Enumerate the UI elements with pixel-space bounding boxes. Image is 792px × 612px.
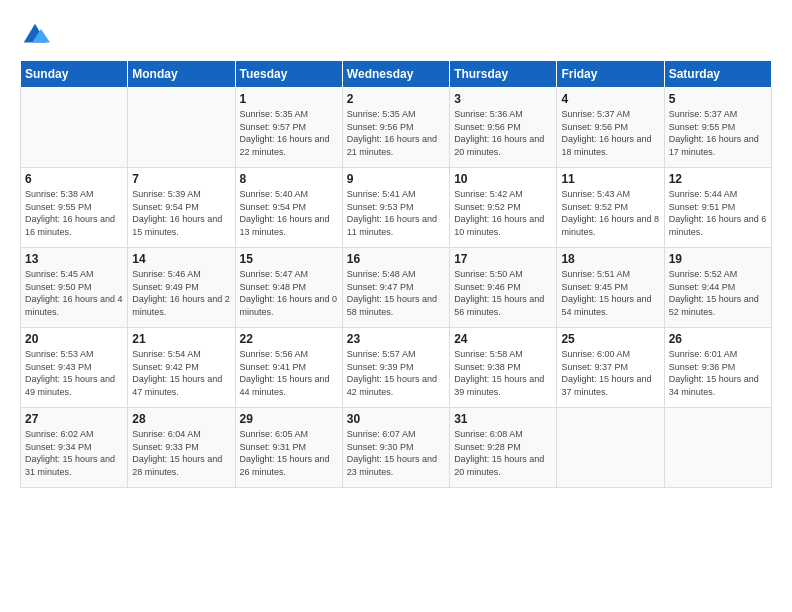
day-number: 13	[25, 252, 123, 266]
day-number: 7	[132, 172, 230, 186]
day-header-monday: Monday	[128, 61, 235, 88]
day-info: Sunrise: 5:35 AMSunset: 9:57 PMDaylight:…	[240, 108, 338, 158]
calendar-cell: 15Sunrise: 5:47 AMSunset: 9:48 PMDayligh…	[235, 248, 342, 328]
calendar-cell	[664, 408, 771, 488]
day-info: Sunrise: 5:58 AMSunset: 9:38 PMDaylight:…	[454, 348, 552, 398]
day-number: 28	[132, 412, 230, 426]
calendar-cell: 29Sunrise: 6:05 AMSunset: 9:31 PMDayligh…	[235, 408, 342, 488]
day-number: 24	[454, 332, 552, 346]
day-header-thursday: Thursday	[450, 61, 557, 88]
day-number: 19	[669, 252, 767, 266]
day-info: Sunrise: 5:53 AMSunset: 9:43 PMDaylight:…	[25, 348, 123, 398]
day-info: Sunrise: 5:45 AMSunset: 9:50 PMDaylight:…	[25, 268, 123, 318]
day-number: 1	[240, 92, 338, 106]
day-header-wednesday: Wednesday	[342, 61, 449, 88]
day-info: Sunrise: 6:05 AMSunset: 9:31 PMDaylight:…	[240, 428, 338, 478]
day-info: Sunrise: 5:37 AMSunset: 9:55 PMDaylight:…	[669, 108, 767, 158]
day-number: 26	[669, 332, 767, 346]
calendar-cell: 6Sunrise: 5:38 AMSunset: 9:55 PMDaylight…	[21, 168, 128, 248]
calendar-cell: 31Sunrise: 6:08 AMSunset: 9:28 PMDayligh…	[450, 408, 557, 488]
day-number: 9	[347, 172, 445, 186]
day-number: 20	[25, 332, 123, 346]
day-number: 2	[347, 92, 445, 106]
day-number: 17	[454, 252, 552, 266]
calendar-cell: 1Sunrise: 5:35 AMSunset: 9:57 PMDaylight…	[235, 88, 342, 168]
calendar-cell: 10Sunrise: 5:42 AMSunset: 9:52 PMDayligh…	[450, 168, 557, 248]
day-number: 5	[669, 92, 767, 106]
calendar-header-row: SundayMondayTuesdayWednesdayThursdayFrid…	[21, 61, 772, 88]
calendar-cell: 9Sunrise: 5:41 AMSunset: 9:53 PMDaylight…	[342, 168, 449, 248]
calendar-week-4: 20Sunrise: 5:53 AMSunset: 9:43 PMDayligh…	[21, 328, 772, 408]
calendar-cell: 21Sunrise: 5:54 AMSunset: 9:42 PMDayligh…	[128, 328, 235, 408]
calendar-cell: 7Sunrise: 5:39 AMSunset: 9:54 PMDaylight…	[128, 168, 235, 248]
calendar-week-5: 27Sunrise: 6:02 AMSunset: 9:34 PMDayligh…	[21, 408, 772, 488]
calendar-cell: 8Sunrise: 5:40 AMSunset: 9:54 PMDaylight…	[235, 168, 342, 248]
calendar-table: SundayMondayTuesdayWednesdayThursdayFrid…	[20, 60, 772, 488]
calendar-cell: 17Sunrise: 5:50 AMSunset: 9:46 PMDayligh…	[450, 248, 557, 328]
calendar-cell: 14Sunrise: 5:46 AMSunset: 9:49 PMDayligh…	[128, 248, 235, 328]
calendar-cell	[128, 88, 235, 168]
logo	[20, 20, 54, 50]
day-info: Sunrise: 5:39 AMSunset: 9:54 PMDaylight:…	[132, 188, 230, 238]
page-header	[20, 20, 772, 50]
day-info: Sunrise: 5:40 AMSunset: 9:54 PMDaylight:…	[240, 188, 338, 238]
day-info: Sunrise: 5:50 AMSunset: 9:46 PMDaylight:…	[454, 268, 552, 318]
day-number: 3	[454, 92, 552, 106]
day-number: 23	[347, 332, 445, 346]
day-info: Sunrise: 5:57 AMSunset: 9:39 PMDaylight:…	[347, 348, 445, 398]
calendar-cell: 13Sunrise: 5:45 AMSunset: 9:50 PMDayligh…	[21, 248, 128, 328]
calendar-week-2: 6Sunrise: 5:38 AMSunset: 9:55 PMDaylight…	[21, 168, 772, 248]
day-header-tuesday: Tuesday	[235, 61, 342, 88]
day-info: Sunrise: 5:36 AMSunset: 9:56 PMDaylight:…	[454, 108, 552, 158]
calendar-cell	[21, 88, 128, 168]
calendar-cell: 30Sunrise: 6:07 AMSunset: 9:30 PMDayligh…	[342, 408, 449, 488]
calendar-week-3: 13Sunrise: 5:45 AMSunset: 9:50 PMDayligh…	[21, 248, 772, 328]
calendar-cell: 24Sunrise: 5:58 AMSunset: 9:38 PMDayligh…	[450, 328, 557, 408]
calendar-cell: 26Sunrise: 6:01 AMSunset: 9:36 PMDayligh…	[664, 328, 771, 408]
day-info: Sunrise: 5:41 AMSunset: 9:53 PMDaylight:…	[347, 188, 445, 238]
calendar-cell: 19Sunrise: 5:52 AMSunset: 9:44 PMDayligh…	[664, 248, 771, 328]
day-number: 16	[347, 252, 445, 266]
calendar-cell	[557, 408, 664, 488]
day-info: Sunrise: 6:08 AMSunset: 9:28 PMDaylight:…	[454, 428, 552, 478]
day-info: Sunrise: 5:54 AMSunset: 9:42 PMDaylight:…	[132, 348, 230, 398]
day-number: 22	[240, 332, 338, 346]
day-info: Sunrise: 5:47 AMSunset: 9:48 PMDaylight:…	[240, 268, 338, 318]
day-number: 4	[561, 92, 659, 106]
day-number: 21	[132, 332, 230, 346]
day-info: Sunrise: 6:07 AMSunset: 9:30 PMDaylight:…	[347, 428, 445, 478]
calendar-cell: 18Sunrise: 5:51 AMSunset: 9:45 PMDayligh…	[557, 248, 664, 328]
day-info: Sunrise: 5:43 AMSunset: 9:52 PMDaylight:…	[561, 188, 659, 238]
day-number: 8	[240, 172, 338, 186]
day-info: Sunrise: 6:01 AMSunset: 9:36 PMDaylight:…	[669, 348, 767, 398]
calendar-cell: 20Sunrise: 5:53 AMSunset: 9:43 PMDayligh…	[21, 328, 128, 408]
day-info: Sunrise: 5:38 AMSunset: 9:55 PMDaylight:…	[25, 188, 123, 238]
day-number: 31	[454, 412, 552, 426]
day-header-sunday: Sunday	[21, 61, 128, 88]
calendar-cell: 27Sunrise: 6:02 AMSunset: 9:34 PMDayligh…	[21, 408, 128, 488]
day-number: 14	[132, 252, 230, 266]
day-number: 18	[561, 252, 659, 266]
day-number: 12	[669, 172, 767, 186]
calendar-cell: 28Sunrise: 6:04 AMSunset: 9:33 PMDayligh…	[128, 408, 235, 488]
day-number: 25	[561, 332, 659, 346]
calendar-cell: 22Sunrise: 5:56 AMSunset: 9:41 PMDayligh…	[235, 328, 342, 408]
day-info: Sunrise: 6:04 AMSunset: 9:33 PMDaylight:…	[132, 428, 230, 478]
day-header-friday: Friday	[557, 61, 664, 88]
logo-icon	[20, 20, 50, 50]
calendar-cell: 11Sunrise: 5:43 AMSunset: 9:52 PMDayligh…	[557, 168, 664, 248]
calendar-week-1: 1Sunrise: 5:35 AMSunset: 9:57 PMDaylight…	[21, 88, 772, 168]
day-number: 29	[240, 412, 338, 426]
day-header-saturday: Saturday	[664, 61, 771, 88]
day-info: Sunrise: 6:00 AMSunset: 9:37 PMDaylight:…	[561, 348, 659, 398]
calendar-cell: 23Sunrise: 5:57 AMSunset: 9:39 PMDayligh…	[342, 328, 449, 408]
day-info: Sunrise: 5:37 AMSunset: 9:56 PMDaylight:…	[561, 108, 659, 158]
day-number: 27	[25, 412, 123, 426]
day-info: Sunrise: 5:35 AMSunset: 9:56 PMDaylight:…	[347, 108, 445, 158]
day-info: Sunrise: 6:02 AMSunset: 9:34 PMDaylight:…	[25, 428, 123, 478]
day-info: Sunrise: 5:48 AMSunset: 9:47 PMDaylight:…	[347, 268, 445, 318]
day-info: Sunrise: 5:44 AMSunset: 9:51 PMDaylight:…	[669, 188, 767, 238]
calendar-cell: 2Sunrise: 5:35 AMSunset: 9:56 PMDaylight…	[342, 88, 449, 168]
calendar-cell: 3Sunrise: 5:36 AMSunset: 9:56 PMDaylight…	[450, 88, 557, 168]
day-info: Sunrise: 5:46 AMSunset: 9:49 PMDaylight:…	[132, 268, 230, 318]
